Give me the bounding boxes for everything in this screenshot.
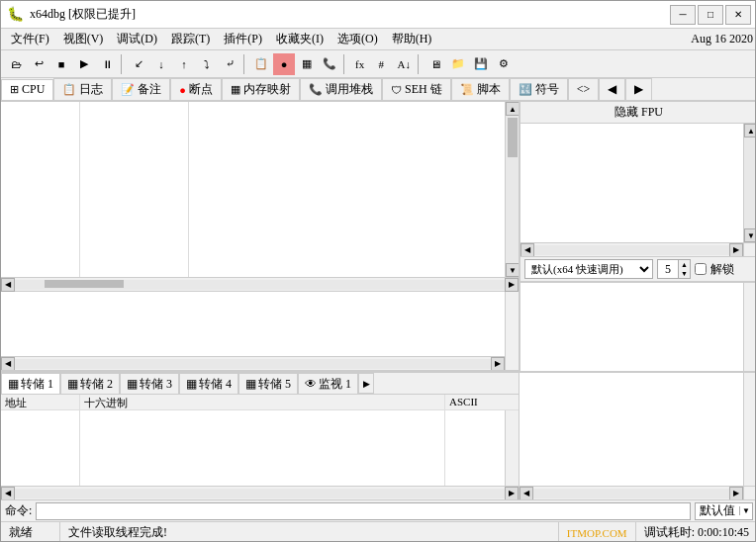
tb-step-over[interactable]: ↓ [150,53,172,75]
code-vscrollbar[interactable]: ▲ ▼ [505,102,519,277]
tb-cpu[interactable]: 🖥 [425,53,446,75]
dump-hscrollbar[interactable]: ◀ ▶ [1,486,519,499]
tb-run-to-user[interactable]: ⤵ [196,53,218,75]
arg-count-spinbox[interactable]: 5 ▲ ▼ [657,259,691,279]
tb-open-file[interactable]: 📁 [447,53,469,75]
bottom-tab-nav[interactable]: ▶ [358,373,374,394]
tb-hash[interactable]: # [370,53,392,75]
fpu-hscroll-left[interactable]: ◀ [520,243,534,257]
bottom-tab-bar: ▦ 转储 1 ▦ 转储 2 ▦ 转储 3 ▦ 转储 4 ▦ 转储 5 [1,373,519,395]
scroll-track[interactable] [506,116,519,263]
reg-vscrollbar[interactable] [743,283,756,371]
tb-text[interactable]: A↓ [393,53,415,75]
br-hscroll-track[interactable] [533,489,729,498]
fpu-vscroll-up[interactable]: ▲ [744,124,756,137]
hscroll-thumb[interactable] [45,280,124,288]
scroll-up-btn[interactable]: ▲ [506,102,519,116]
tab-callstack[interactable]: 📞 调用堆栈 [300,78,382,101]
tb-pause[interactable]: ⏸ [96,53,118,75]
tb-open[interactable]: 🗁 [5,53,27,75]
stack-hscroll-track[interactable] [15,359,491,369]
spin-up-btn[interactable]: ▲ [678,260,690,269]
menu-plugins[interactable]: 插件(P) [218,29,268,49]
fpu-hscroll-track[interactable] [534,245,729,255]
fpu-vscrollbar[interactable]: ▲ ▼ [743,124,756,242]
br-hscroll-left[interactable]: ◀ [520,487,533,500]
tb-run[interactable]: ▶ [73,53,95,75]
calling-convention-select[interactable]: 默认(x64 快速调用) [524,259,653,279]
dump-hscroll-left[interactable]: ◀ [1,487,15,500]
tb-mem-map[interactable]: ▦ [296,53,318,75]
bottom-right-hscrollbar[interactable]: ◀ ▶ [520,486,743,499]
hscroll-right-btn[interactable]: ▶ [505,278,519,292]
tb-breakpoint[interactable]: ● [273,53,295,75]
tb-stop[interactable]: ■ [50,53,72,75]
code-instr-col[interactable] [189,102,505,277]
tb-settings[interactable]: ⚙ [493,53,515,75]
tab-symbols[interactable]: 🔣 符号 [510,78,568,101]
tab-seh[interactable]: 🛡 SEH 链 [382,78,451,101]
bottom-tab-watch1[interactable]: 👁 监视 1 [298,373,358,394]
bottom-tab-dump4[interactable]: ▦ 转储 4 [179,373,238,394]
tab-script[interactable]: 📜 脚本 [451,78,510,101]
stack-hscrollbar[interactable]: ◀ ▶ [1,356,505,370]
bottom-tab-dump3[interactable]: ▦ 转储 3 [120,373,179,394]
tab-notes[interactable]: 📝 备注 [112,78,170,101]
unlock-checkbox[interactable] [695,263,707,275]
tb-execute-til[interactable]: ⤶ [219,53,240,75]
dump-hscroll-track[interactable] [15,489,505,498]
dump-ascii-col[interactable] [445,410,505,486]
tab-bp-label: 断点 [189,81,213,98]
hscroll-track[interactable] [15,280,505,290]
tb-expression[interactable]: fx [350,53,369,75]
stack-hscroll-left[interactable]: ◀ [1,357,15,371]
stack-hscroll-right[interactable]: ▶ [491,357,505,371]
code-hscrollbar[interactable]: ◀ ▶ [1,278,519,292]
menu-file[interactable]: 文件(F) [5,29,55,49]
bottom-right-vscrollbar[interactable] [743,373,756,486]
command-input[interactable] [36,502,691,520]
spin-down-btn[interactable]: ▼ [678,269,690,278]
scroll-thumb[interactable] [508,118,518,157]
cmd-dropdown-arrow[interactable]: ▼ [739,506,752,515]
bottom-tab-dump5[interactable]: ▦ 转储 5 [238,373,298,394]
hscroll-left-btn[interactable]: ◀ [1,278,15,292]
menu-view[interactable]: 视图(V) [57,29,110,49]
tab-breakpoints[interactable]: ● 断点 [170,78,222,101]
menu-debug[interactable]: 调试(D) [111,29,163,49]
menu-trace[interactable]: 跟踪(T) [165,29,216,49]
tb-save[interactable]: 💾 [470,53,492,75]
tab-log[interactable]: 📋 日志 [53,78,112,101]
br-hscroll-right[interactable]: ▶ [729,487,743,500]
tab-memmap[interactable]: ▦ 内存映射 [222,78,300,101]
menu-help[interactable]: 帮助(H) [386,29,438,49]
prev-icon: ◀ [608,82,616,97]
arg-count-input[interactable]: 5 [658,260,678,278]
close-button[interactable]: ✕ [725,5,751,25]
tb-step-out[interactable]: ↑ [173,53,195,75]
dump-vscrollbar[interactable] [505,410,519,486]
fpu-hscrollbar[interactable]: ◀ ▶ [520,242,743,256]
minimize-button[interactable]: ─ [670,5,696,25]
maximize-button[interactable]: □ [698,5,723,25]
fpu-vscroll-down[interactable]: ▼ [744,228,756,242]
tab-cpu[interactable]: ⊞ CPU [1,79,53,102]
menu-options[interactable]: 选项(O) [331,29,384,49]
bottom-tab-dump2[interactable]: ▦ 转储 2 [60,373,120,394]
stack-vscrollbar[interactable] [505,292,519,370]
tb-log[interactable]: 📋 [250,53,272,75]
fpu-hscroll-right[interactable]: ▶ [729,243,743,257]
scroll-down-btn[interactable]: ▼ [506,263,519,277]
tb-call-stack[interactable]: 📞 [319,53,340,75]
tab-next[interactable]: ▶ [625,78,652,101]
dump-hscroll-right[interactable]: ▶ [505,487,519,500]
dump-hex-col[interactable] [80,410,445,486]
tab-prev[interactable]: ◀ [599,78,625,101]
tb-step-in[interactable]: ↙ [128,53,149,75]
tb-restart[interactable]: ↩ [28,53,49,75]
tab-extra[interactable]: <> [568,78,600,101]
menu-favorites[interactable]: 收藏夹(I) [270,29,330,49]
fpu-vscroll-track[interactable] [744,137,756,228]
command-dropdown[interactable]: 默认值 ▼ [695,502,753,520]
bottom-tab-dump1[interactable]: ▦ 转储 1 [1,373,60,394]
